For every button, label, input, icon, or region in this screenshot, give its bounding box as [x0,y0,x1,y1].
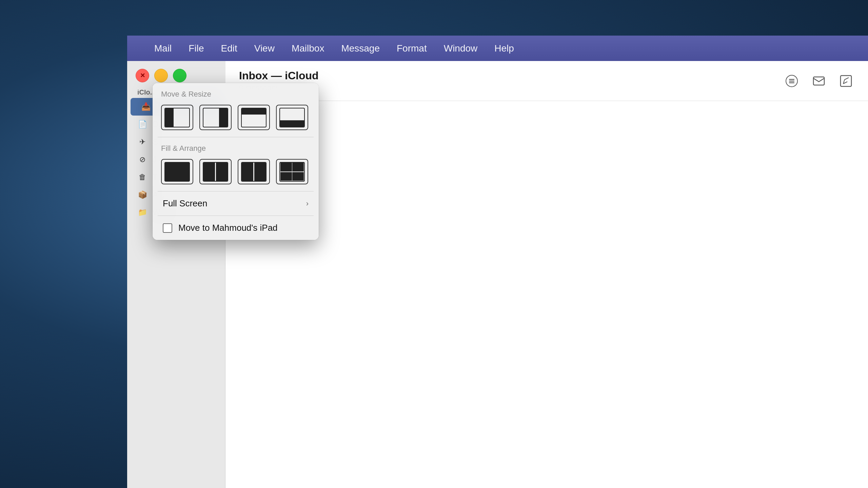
move-to-ipad-item[interactable]: Move to Mahmoud's iPad [153,216,319,240]
col-b-left [242,163,253,181]
two-col-icon [203,162,228,182]
message-menu-item[interactable]: Message [341,43,380,54]
menubar: Mail File Edit View Mailbox Message Form… [127,36,868,61]
full-screen-item[interactable]: Full Screen › [153,191,319,216]
chevron-right-icon: › [306,199,309,208]
inbox-actions [783,73,854,89]
grid-cell-1 [280,163,292,171]
svg-rect-5 [841,76,851,86]
fill-two-col-button[interactable] [199,159,232,184]
grid-cell-3 [280,172,292,181]
col-left [203,163,215,181]
inbox-header: Inbox — iCloud 0 messages [225,61,868,101]
right-panel-icon [203,108,228,127]
fill-arrange-icons [161,159,310,184]
mail-menu-item[interactable]: Mail [154,43,172,54]
trash-icon: 🗑 [137,173,147,182]
popup-menu: Move & Resize [153,83,319,240]
layout-right-panel-button[interactable] [199,105,232,130]
archive-icon: 📦 [137,190,147,199]
view-menu-item[interactable]: View [254,43,275,54]
ipad-checkbox[interactable] [163,223,172,233]
move-resize-icons [161,105,310,130]
col-b-right [254,163,266,181]
fill-grid-button[interactable] [276,159,308,184]
move-resize-section: Move & Resize [153,83,319,137]
top-bar [242,108,266,115]
two-col-b-icon [241,162,267,182]
grid-cell-2 [292,163,304,171]
fill-two-col-b-button[interactable] [238,159,270,184]
main-content: Inbox — iCloud 0 messages [225,61,868,488]
bottom-bar [280,120,304,127]
bottom-bar-icon [279,108,305,127]
junk-icon: ⊘ [137,155,147,164]
left-bar [165,108,174,127]
minimize-button[interactable] [154,69,168,82]
inbox-icon: 📥 [141,102,151,111]
fill-arrange-label: Fill & Arrange [161,144,310,153]
svg-rect-1 [789,79,794,80]
fill-arrange-section: Fill & Arrange [153,137,319,191]
col-right [216,163,228,181]
watermark: ANDROID AUTHORITY [742,467,848,478]
layout-bottom-bar-button[interactable] [276,105,308,130]
svg-rect-3 [789,82,794,83]
file-menu-item[interactable]: File [189,43,204,54]
svg-rect-2 [789,81,794,82]
drafts-icon: 📄 [137,120,147,129]
inbox-title: Inbox — iCloud [239,69,319,82]
layout-left-panel-button[interactable] [161,105,193,130]
maximize-button[interactable] [173,69,186,82]
filter-button[interactable] [783,73,800,89]
compose-button[interactable] [837,73,854,89]
sent-icon: ✈ [137,138,147,146]
full-fill-icon [164,162,190,182]
mailbox-menu-item[interactable]: Mailbox [292,43,324,54]
layout-top-bar-button[interactable] [238,105,270,130]
left-panel-icon [164,108,190,127]
traffic-lights: ✕ [136,69,186,82]
grid-cell-4 [292,172,304,181]
grid-icon [279,162,305,182]
svg-rect-4 [813,77,824,85]
top-bar-icon [241,108,267,127]
window-menu-item[interactable]: Window [444,43,478,54]
new-message-button[interactable] [810,73,827,89]
fill-full-button[interactable] [161,159,193,184]
move-to-ipad-label: Move to Mahmoud's iPad [178,223,278,233]
full-screen-label: Full Screen [163,198,208,209]
move-resize-label: Move & Resize [161,90,310,99]
right-bar [219,108,228,127]
edit-menu-item[interactable]: Edit [221,43,237,54]
folder-icon: 📁 [137,208,147,217]
format-menu-item[interactable]: Format [397,43,427,54]
help-menu-item[interactable]: Help [494,43,514,54]
close-button[interactable]: ✕ [136,69,149,82]
